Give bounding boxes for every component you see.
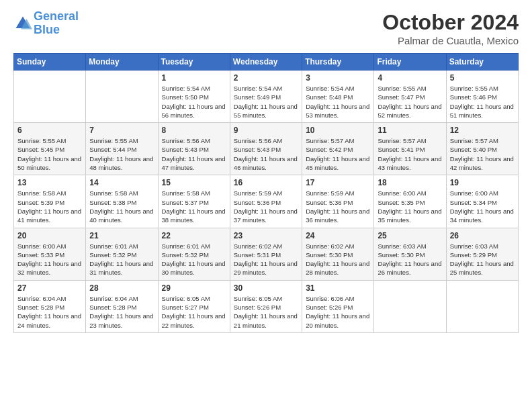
day-number: 21 — [89, 231, 154, 240]
day-info: Sunrise: 5:57 AMSunset: 5:40 PMDaylight:… — [450, 136, 515, 172]
day-info: Sunrise: 6:00 AMSunset: 5:34 PMDaylight:… — [450, 189, 515, 224]
calendar-week-row: 1Sunrise: 5:54 AMSunset: 5:50 PMDaylight… — [14, 71, 519, 123]
logo-icon — [13, 14, 32, 33]
calendar-cell — [446, 280, 518, 332]
day-info: Sunrise: 6:00 AMSunset: 5:33 PMDaylight:… — [17, 242, 82, 277]
calendar-cell: 7Sunrise: 5:55 AMSunset: 5:44 PMDaylight… — [86, 123, 158, 175]
calendar-week-row: 20Sunrise: 6:00 AMSunset: 5:33 PMDayligh… — [14, 228, 519, 280]
day-info: Sunrise: 6:03 AMSunset: 5:30 PMDaylight:… — [378, 242, 442, 277]
calendar-cell: 24Sunrise: 6:02 AMSunset: 5:30 PMDayligh… — [302, 228, 374, 280]
calendar-cell: 16Sunrise: 5:59 AMSunset: 5:36 PMDayligh… — [230, 175, 302, 228]
weekday-header-monday: Monday — [86, 54, 158, 71]
calendar-cell: 15Sunrise: 5:58 AMSunset: 5:37 PMDayligh… — [158, 175, 230, 228]
day-number: 27 — [17, 283, 82, 293]
day-info: Sunrise: 6:05 AMSunset: 5:27 PMDaylight:… — [162, 294, 226, 330]
calendar-cell: 1Sunrise: 5:54 AMSunset: 5:50 PMDaylight… — [158, 71, 230, 123]
day-info: Sunrise: 6:05 AMSunset: 5:26 PMDaylight:… — [234, 294, 298, 330]
day-info: Sunrise: 5:58 AMSunset: 5:38 PMDaylight:… — [89, 189, 154, 224]
day-number: 25 — [378, 231, 442, 240]
day-info: Sunrise: 6:06 AMSunset: 5:26 PMDaylight:… — [306, 294, 370, 330]
day-number: 22 — [162, 231, 226, 240]
day-number: 14 — [89, 178, 154, 187]
day-info: Sunrise: 5:57 AMSunset: 5:42 PMDaylight:… — [306, 136, 370, 172]
day-info: Sunrise: 6:01 AMSunset: 5:32 PMDaylight:… — [89, 242, 154, 277]
logo-line1: General — [34, 9, 79, 23]
day-info: Sunrise: 6:02 AMSunset: 5:31 PMDaylight:… — [234, 242, 298, 277]
calendar-cell: 19Sunrise: 6:00 AMSunset: 5:34 PMDayligh… — [446, 175, 518, 228]
calendar-cell: 28Sunrise: 6:04 AMSunset: 5:28 PMDayligh… — [86, 280, 158, 332]
calendar-cell: 17Sunrise: 5:59 AMSunset: 5:36 PMDayligh… — [302, 175, 374, 228]
calendar-week-row: 6Sunrise: 5:55 AMSunset: 5:45 PMDaylight… — [14, 123, 519, 175]
weekday-header-friday: Friday — [374, 54, 446, 71]
day-number: 31 — [306, 283, 370, 293]
day-number: 16 — [234, 178, 298, 187]
day-number: 2 — [234, 73, 298, 83]
day-number: 4 — [378, 73, 442, 83]
day-number: 7 — [89, 126, 154, 135]
day-info: Sunrise: 5:56 AMSunset: 5:43 PMDaylight:… — [162, 136, 226, 172]
weekday-header-thursday: Thursday — [302, 54, 374, 71]
header: General Blue October 2024 Palmar de Cuau… — [13, 10, 519, 46]
day-number: 19 — [450, 178, 515, 187]
weekday-header-saturday: Saturday — [446, 54, 518, 71]
calendar-cell: 8Sunrise: 5:56 AMSunset: 5:43 PMDaylight… — [158, 123, 230, 175]
calendar-cell: 14Sunrise: 5:58 AMSunset: 5:38 PMDayligh… — [86, 175, 158, 228]
title-block: October 2024 Palmar de Cuautla, Mexico — [382, 10, 519, 46]
calendar-cell — [374, 280, 446, 332]
calendar-cell: 3Sunrise: 5:54 AMSunset: 5:48 PMDaylight… — [302, 71, 374, 123]
day-number: 18 — [378, 178, 442, 187]
day-info: Sunrise: 5:54 AMSunset: 5:49 PMDaylight:… — [234, 84, 298, 120]
calendar-cell: 31Sunrise: 6:06 AMSunset: 5:26 PMDayligh… — [302, 280, 374, 332]
calendar-cell: 2Sunrise: 5:54 AMSunset: 5:49 PMDaylight… — [230, 71, 302, 123]
day-info: Sunrise: 5:59 AMSunset: 5:36 PMDaylight:… — [234, 189, 298, 224]
day-number: 28 — [89, 283, 154, 293]
calendar-cell: 11Sunrise: 5:57 AMSunset: 5:41 PMDayligh… — [374, 123, 446, 175]
calendar-cell: 10Sunrise: 5:57 AMSunset: 5:42 PMDayligh… — [302, 123, 374, 175]
day-number: 29 — [162, 283, 226, 293]
day-info: Sunrise: 6:01 AMSunset: 5:32 PMDaylight:… — [162, 242, 226, 277]
calendar-cell: 23Sunrise: 6:02 AMSunset: 5:31 PMDayligh… — [230, 228, 302, 280]
day-info: Sunrise: 5:55 AMSunset: 5:47 PMDaylight:… — [378, 84, 442, 120]
calendar-cell: 13Sunrise: 5:58 AMSunset: 5:39 PMDayligh… — [14, 175, 86, 228]
day-number: 17 — [306, 178, 370, 187]
day-number: 6 — [17, 126, 82, 135]
day-info: Sunrise: 5:55 AMSunset: 5:45 PMDaylight:… — [17, 136, 82, 172]
calendar-cell: 4Sunrise: 5:55 AMSunset: 5:47 PMDaylight… — [374, 71, 446, 123]
calendar-week-row: 27Sunrise: 6:04 AMSunset: 5:28 PMDayligh… — [14, 280, 519, 332]
day-number: 24 — [306, 231, 370, 240]
day-info: Sunrise: 5:56 AMSunset: 5:43 PMDaylight:… — [234, 136, 298, 172]
day-number: 20 — [17, 231, 82, 240]
weekday-header-wednesday: Wednesday — [230, 54, 302, 71]
weekday-header-tuesday: Tuesday — [158, 54, 230, 71]
calendar-cell: 9Sunrise: 5:56 AMSunset: 5:43 PMDaylight… — [230, 123, 302, 175]
logo: General Blue — [13, 10, 79, 37]
calendar-cell: 25Sunrise: 6:03 AMSunset: 5:30 PMDayligh… — [374, 228, 446, 280]
calendar-cell: 12Sunrise: 5:57 AMSunset: 5:40 PMDayligh… — [446, 123, 518, 175]
day-info: Sunrise: 5:59 AMSunset: 5:36 PMDaylight:… — [306, 189, 370, 224]
calendar-header-row: SundayMondayTuesdayWednesdayThursdayFrid… — [14, 54, 519, 71]
day-number: 30 — [234, 283, 298, 293]
weekday-header-sunday: Sunday — [14, 54, 86, 71]
calendar-cell: 20Sunrise: 6:00 AMSunset: 5:33 PMDayligh… — [14, 228, 86, 280]
location-title: Palmar de Cuautla, Mexico — [382, 35, 519, 46]
logo-text: General Blue — [34, 10, 79, 37]
calendar-cell — [14, 71, 86, 123]
calendar-cell: 21Sunrise: 6:01 AMSunset: 5:32 PMDayligh… — [86, 228, 158, 280]
calendar-cell — [86, 71, 158, 123]
day-number: 1 — [162, 73, 226, 83]
month-title: October 2024 — [382, 10, 519, 35]
day-number: 8 — [162, 126, 226, 135]
day-info: Sunrise: 5:58 AMSunset: 5:39 PMDaylight:… — [17, 189, 82, 224]
calendar-cell: 6Sunrise: 5:55 AMSunset: 5:45 PMDaylight… — [14, 123, 86, 175]
day-number: 13 — [17, 178, 82, 187]
day-info: Sunrise: 5:55 AMSunset: 5:46 PMDaylight:… — [450, 84, 515, 120]
day-number: 26 — [450, 231, 515, 240]
day-number: 11 — [378, 126, 442, 135]
calendar-cell: 18Sunrise: 6:00 AMSunset: 5:35 PMDayligh… — [374, 175, 446, 228]
day-info: Sunrise: 5:57 AMSunset: 5:41 PMDaylight:… — [378, 136, 442, 172]
day-info: Sunrise: 6:00 AMSunset: 5:35 PMDaylight:… — [378, 189, 442, 224]
day-number: 15 — [162, 178, 226, 187]
calendar-cell: 22Sunrise: 6:01 AMSunset: 5:32 PMDayligh… — [158, 228, 230, 280]
day-info: Sunrise: 6:04 AMSunset: 5:28 PMDaylight:… — [17, 294, 82, 330]
calendar-table: SundayMondayTuesdayWednesdayThursdayFrid… — [13, 53, 519, 333]
